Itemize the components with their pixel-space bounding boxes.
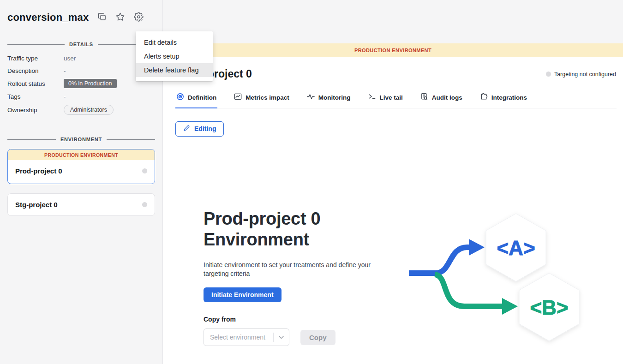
production-environment-banner: PRODUCTION ENVIRONMENT bbox=[163, 43, 623, 57]
detail-label: Traffic type bbox=[7, 55, 64, 62]
detail-label: Tags bbox=[7, 93, 64, 100]
rollout-status-badge: 0% in Production bbox=[64, 79, 117, 88]
puzzle-icon bbox=[480, 93, 488, 102]
details-section-header: DETAILS bbox=[7, 42, 155, 47]
detail-row-description: Description - bbox=[7, 66, 155, 75]
environment-card-body: Stg-project 0 bbox=[8, 194, 155, 215]
environment-card-staging[interactable]: Stg-project 0 bbox=[7, 193, 155, 216]
menu-item-alerts-setup[interactable]: Alerts setup bbox=[136, 49, 213, 63]
select-placeholder: Select environment bbox=[204, 334, 273, 341]
divider-line bbox=[7, 44, 65, 45]
copy-from-label: Copy from bbox=[204, 316, 375, 323]
flag-name: conversion_max bbox=[7, 12, 89, 24]
targeting-status-dot bbox=[546, 72, 551, 77]
copy-icon[interactable] bbox=[97, 12, 107, 23]
blue-branch-line bbox=[409, 247, 470, 273]
metrics-chart-icon bbox=[234, 93, 242, 102]
pencil-icon bbox=[183, 125, 190, 133]
divider-line bbox=[107, 139, 155, 140]
tab-monitoring[interactable]: Monitoring bbox=[306, 93, 352, 108]
detail-row-traffic-type: Traffic type user bbox=[7, 54, 155, 62]
tab-live-tail[interactable]: Live tail bbox=[367, 93, 404, 108]
tab-label: Audit logs bbox=[432, 94, 462, 101]
copy-from-row: Select environment Copy bbox=[204, 328, 375, 346]
terminal-icon bbox=[368, 93, 376, 102]
environment-select[interactable]: Select environment bbox=[204, 328, 289, 346]
detail-label: Description bbox=[7, 67, 64, 74]
chevron-down-icon bbox=[274, 336, 289, 339]
details-section-title: DETAILS bbox=[69, 42, 93, 47]
environment-name: Prod-project 0 bbox=[15, 167, 62, 175]
document-search-icon bbox=[420, 93, 428, 102]
editing-button-row: Editing bbox=[175, 121, 623, 137]
environment-status-dot bbox=[142, 168, 147, 173]
targeting-status-label: Targeting not configured bbox=[554, 71, 616, 78]
environment-section-title: ENVIRONMENT bbox=[60, 137, 102, 142]
tab-label: Live tail bbox=[380, 94, 403, 101]
definition-target-icon bbox=[176, 93, 184, 102]
main-panel: PRODUCTION ENVIRONMENT Prod-project 0 Ta… bbox=[163, 43, 623, 364]
flag-header: conversion_max bbox=[7, 12, 144, 24]
tab-label: Integrations bbox=[491, 94, 527, 101]
tab-label: Metrics impact bbox=[246, 94, 289, 101]
editing-button[interactable]: Editing bbox=[175, 121, 224, 137]
editing-button-label: Editing bbox=[194, 125, 216, 132]
variant-b-label: <B> bbox=[530, 296, 568, 319]
variant-a-label: <A> bbox=[497, 237, 535, 259]
main-content: Prod-project 0 Targeting not configured … bbox=[163, 57, 623, 364]
green-arrowhead-icon bbox=[502, 298, 518, 315]
environment-empty-state: Prod-project 0 Environment Initiate envi… bbox=[204, 209, 375, 346]
gear-icon[interactable] bbox=[134, 12, 144, 24]
green-branch-line bbox=[435, 274, 503, 306]
environment-card-body: Prod-project 0 bbox=[8, 160, 155, 184]
menu-item-edit-details[interactable]: Edit details bbox=[136, 36, 213, 49]
tab-label: Monitoring bbox=[318, 94, 351, 101]
detail-label: Rollout status bbox=[7, 80, 64, 87]
detail-row-rollout-status: Rollout status 0% in Production bbox=[7, 79, 155, 88]
tab-bar: Definition Metrics impact bbox=[175, 93, 617, 108]
environment-section: ENVIRONMENT PRODUCTION ENVIRONMENT Prod-… bbox=[0, 137, 162, 216]
production-environment-banner: PRODUCTION ENVIRONMENT bbox=[8, 149, 155, 160]
environment-card-production[interactable]: PRODUCTION ENVIRONMENT Prod-project 0 bbox=[7, 149, 155, 184]
tab-integrations[interactable]: Integrations bbox=[479, 93, 528, 108]
ab-split-illustration: <A> <B> bbox=[397, 203, 602, 355]
detail-value: - bbox=[64, 67, 66, 74]
tab-definition[interactable]: Definition bbox=[175, 93, 217, 108]
environment-name: Stg-project 0 bbox=[15, 201, 58, 209]
targeting-status: Targeting not configured bbox=[546, 71, 616, 78]
copy-button[interactable]: Copy bbox=[300, 330, 335, 345]
detail-row-tags: Tags - bbox=[7, 92, 155, 101]
blue-arrowhead-icon bbox=[469, 239, 485, 256]
empty-state-heading: Prod-project 0 Environment bbox=[204, 209, 375, 250]
star-icon[interactable] bbox=[115, 12, 125, 24]
empty-state-description: Initiate environment to set your treatme… bbox=[204, 261, 373, 278]
main-header-row: Prod-project 0 Targeting not configured bbox=[180, 68, 616, 80]
environment-section-header: ENVIRONMENT bbox=[7, 137, 155, 142]
tab-metrics-impact[interactable]: Metrics impact bbox=[233, 93, 290, 108]
ownership-pill[interactable]: Administrators bbox=[64, 105, 114, 115]
menu-item-delete-feature-flag[interactable]: Delete feature flag bbox=[136, 63, 213, 77]
detail-label: Ownership bbox=[7, 107, 64, 113]
divider-line bbox=[7, 139, 56, 140]
detail-value: user bbox=[64, 55, 76, 62]
app-root: DETAILS Traffic type user Description - … bbox=[0, 0, 623, 364]
pulse-icon bbox=[307, 93, 315, 102]
tab-audit-logs[interactable]: Audit logs bbox=[419, 93, 463, 108]
initiate-environment-button[interactable]: Initiate Environment bbox=[204, 287, 282, 302]
detail-row-ownership: Ownership Administrators bbox=[7, 105, 155, 115]
detail-value: - bbox=[64, 93, 66, 100]
tab-label: Definition bbox=[188, 94, 216, 101]
environment-status-dot bbox=[142, 202, 147, 207]
settings-dropdown-menu: Edit details Alerts setup Delete feature… bbox=[136, 31, 213, 81]
